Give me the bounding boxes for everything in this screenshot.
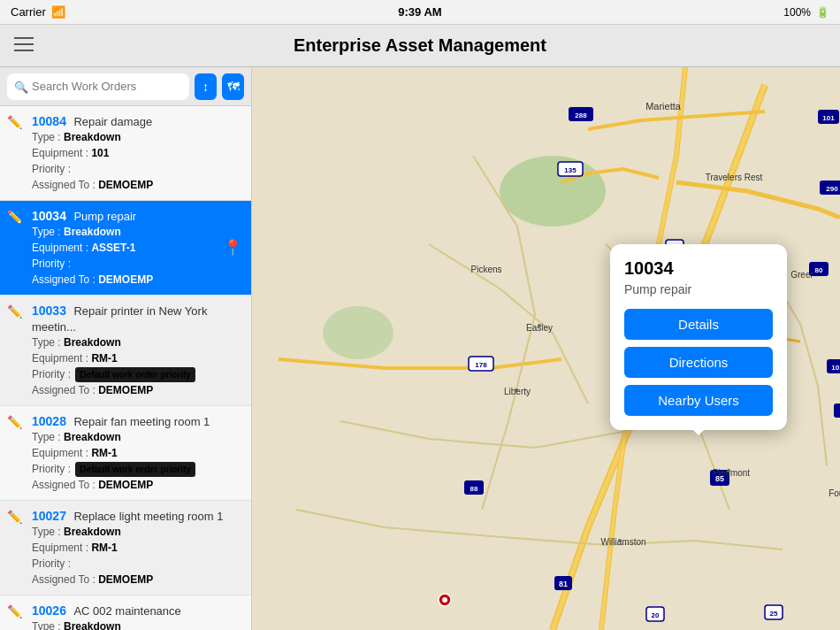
svg-text:Williamston: Williamston (600, 537, 645, 547)
priority-badge: Default work order priority (75, 462, 195, 477)
sort-icon: ↕ (202, 80, 209, 94)
svg-text:Greer: Greer (790, 270, 813, 280)
battery-icon: 🔋 (816, 6, 829, 19)
edit-icon: ✏️ (7, 415, 22, 429)
svg-point-57 (442, 597, 447, 603)
edit-icon: ✏️ (7, 304, 22, 319)
svg-point-50 (515, 388, 518, 392)
map-toggle-button[interactable]: 🗺 (222, 73, 244, 100)
left-panel: 🔍 ↕ 🗺 ✏️ 10084 Repair damage Type : Brea… (0, 67, 252, 630)
work-order-list: ✏️ 10084 Repair damage Type : Breakdown … (0, 106, 251, 630)
svg-text:88: 88 (470, 485, 478, 493)
edit-icon: ✏️ (7, 210, 22, 224)
carrier-label: Carrier (11, 5, 46, 19)
wifi-icon: 📶 (51, 5, 65, 19)
svg-text:20: 20 (652, 611, 660, 619)
map-panel[interactable]: 85 81 20 25 101 101 418 (252, 67, 840, 630)
svg-point-51 (727, 469, 730, 472)
details-button[interactable]: Details (624, 309, 773, 340)
map-icon: 🗺 (227, 80, 240, 94)
map-popup: 10034 Pump repair Details Directions Nea… (610, 244, 787, 430)
nearby-users-button[interactable]: Nearby Users (624, 385, 773, 416)
svg-text:178: 178 (475, 361, 487, 369)
status-bar: Carrier 📶 9:39 AM 100% 🔋 (0, 0, 840, 25)
svg-point-1 (500, 156, 606, 227)
menu-button[interactable] (14, 32, 39, 57)
work-order-item[interactable]: ✏️ 10034 Pump repair Type : Breakdown Eq… (0, 201, 251, 296)
svg-point-52 (618, 539, 622, 542)
svg-point-2 (323, 306, 393, 359)
svg-point-49 (538, 324, 541, 327)
work-order-item[interactable]: ✏️ 10084 Repair damage Type : Breakdown … (0, 106, 251, 201)
work-order-item[interactable]: ✏️ 10028 Repair fan meeting room 1 Type … (0, 406, 251, 501)
svg-text:101: 101 (822, 114, 835, 122)
search-input[interactable] (7, 73, 189, 100)
work-order-item[interactable]: ✏️ 10033 Repair printer in New York meet… (0, 296, 251, 406)
svg-text:Piedmont: Piedmont (713, 468, 750, 478)
search-bar: 🔍 ↕ 🗺 (0, 67, 251, 106)
svg-text:80: 80 (815, 266, 823, 274)
sort-button[interactable]: ↕ (195, 73, 217, 100)
svg-text:25: 25 (770, 610, 778, 618)
time-display: 9:39 AM (398, 5, 441, 19)
popup-wo-number: 10034 (624, 258, 773, 279)
edit-icon: ✏️ (7, 604, 22, 618)
directions-button[interactable]: Directions (624, 347, 773, 378)
edit-icon: ✏️ (7, 510, 22, 524)
svg-text:Pickens: Pickens (470, 265, 501, 274)
priority-badge: Default work order priority (75, 367, 195, 382)
svg-text:135: 135 (564, 166, 577, 174)
search-wrapper: 🔍 (7, 73, 189, 100)
map-pin-icon: 📍 (223, 238, 242, 257)
work-order-item[interactable]: ✏️ 10027 Replace light meeting room 1 Ty… (0, 501, 251, 595)
edit-icon: ✏️ (7, 115, 22, 129)
svg-text:Marietta: Marietta (645, 101, 682, 111)
svg-text:288: 288 (575, 111, 587, 119)
main-content: 🔍 ↕ 🗺 ✏️ 10084 Repair damage Type : Brea… (0, 67, 840, 630)
battery-label: 100% (783, 6, 811, 19)
search-icon: 🔍 (14, 80, 28, 93)
svg-text:290: 290 (826, 185, 838, 193)
work-order-item[interactable]: ✏️ 10026 AC 002 maintenance Type : Break… (0, 595, 251, 630)
popup-wo-description: Pump repair (624, 282, 773, 296)
svg-rect-19 (834, 403, 840, 418)
svg-text:81: 81 (559, 580, 568, 588)
page-title: Enterprise Asset Management (294, 35, 546, 56)
svg-text:101: 101 (831, 364, 840, 372)
title-bar: Enterprise Asset Management (0, 25, 840, 67)
svg-text:Travelers Rest: Travelers Rest (706, 173, 763, 182)
svg-text:Fountain Inn: Fountain Inn (829, 488, 840, 498)
